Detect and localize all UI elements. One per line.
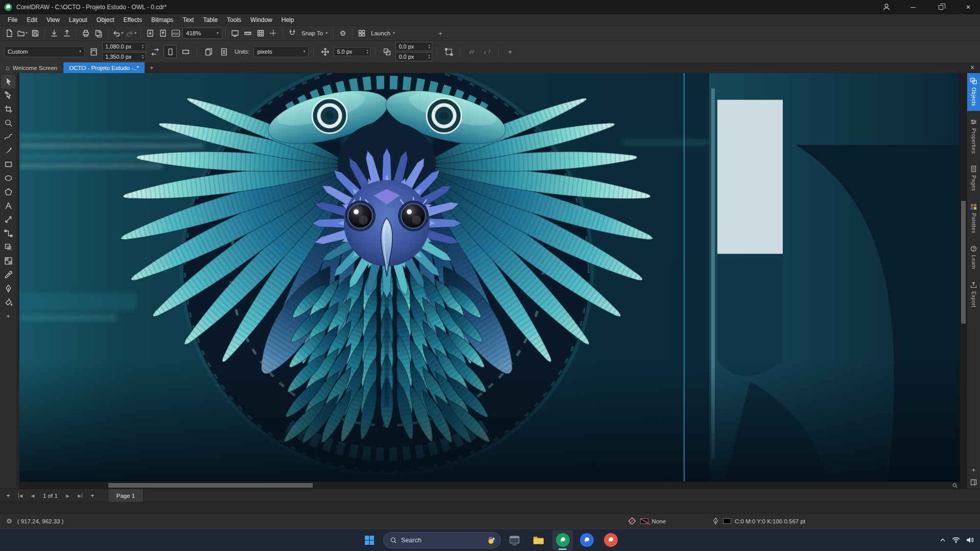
tab-active-document[interactable]: OCTO - Projeto Estudo -..* <box>63 62 145 73</box>
hidden-icons-chevron-icon[interactable] <box>940 537 946 543</box>
pick-tool[interactable] <box>1 75 15 88</box>
menu-view[interactable]: View <box>42 15 64 25</box>
add-toolbar-button[interactable]: + <box>434 27 447 39</box>
show-rulers-button[interactable] <box>242 27 254 39</box>
new-document-button[interactable] <box>3 27 15 39</box>
options-gear-button[interactable]: ⚙ <box>337 27 349 39</box>
docker-tab-learn[interactable]: Learn <box>967 241 980 274</box>
docker-tab-properties[interactable]: Properties <box>967 114 980 158</box>
docker-tab-pages[interactable]: Pages <box>967 161 980 195</box>
menu-table[interactable]: Table <box>198 15 222 25</box>
menu-edit[interactable]: Edit <box>22 15 42 25</box>
page-width-stepper[interactable]: ▴▾ <box>142 44 144 49</box>
previous-page-button[interactable]: ◀ <box>29 491 37 500</box>
launcher-icon[interactable] <box>356 27 368 39</box>
show-grid-button[interactable] <box>254 27 267 39</box>
close-document-button[interactable]: ✕ <box>965 62 980 73</box>
drawing-canvas[interactable] <box>19 73 960 481</box>
export-button[interactable] <box>61 27 73 39</box>
app-window-icon[interactable] <box>504 530 525 550</box>
launch-dropdown[interactable]: Launch▾ <box>368 27 398 39</box>
page-width-field[interactable]: 1,080.0 px▴▾ <box>102 42 146 51</box>
next-page-button[interactable]: ▶ <box>64 491 72 500</box>
crop-tool[interactable] <box>1 102 15 116</box>
menu-layout[interactable]: Layout <box>64 15 92 25</box>
ellipse-tool[interactable] <box>1 171 15 185</box>
all-pages-button[interactable] <box>202 45 215 58</box>
import-button[interactable] <box>48 27 60 39</box>
treat-as-filled-button[interactable] <box>442 45 455 58</box>
restore-button[interactable] <box>929 0 952 14</box>
quick-zoom-button[interactable] <box>950 482 960 489</box>
corel-app-icon[interactable] <box>600 530 621 550</box>
status-settings-gear-icon[interactable]: ⚙ <box>6 517 12 525</box>
menu-file[interactable]: File <box>3 15 22 25</box>
close-button[interactable]: ✕ <box>956 0 980 14</box>
wifi-icon[interactable] <box>952 537 960 543</box>
export-document-button[interactable] <box>157 27 169 39</box>
text-tool[interactable] <box>1 199 15 213</box>
snap-to-dropdown[interactable]: Snap To▾ <box>299 27 330 39</box>
menu-text[interactable]: Text <box>178 15 198 25</box>
current-page-button[interactable] <box>217 45 230 58</box>
last-page-button[interactable]: ▶ <box>76 491 84 500</box>
docker-tab-palettes[interactable]: Palettes <box>967 199 980 238</box>
add-tool-button[interactable]: + <box>1 309 15 323</box>
keep-ratio-lock-button[interactable] <box>465 45 478 58</box>
fullscreen-preview-button[interactable] <box>229 27 241 39</box>
polygon-tool[interactable] <box>1 185 15 199</box>
interactive-fill-tool[interactable] <box>1 295 15 309</box>
taskbar-search[interactable]: Search <box>383 532 501 548</box>
page-height-stepper[interactable]: ▴▾ <box>142 54 144 59</box>
eyedropper-tool[interactable] <box>1 268 15 282</box>
start-button[interactable] <box>359 530 380 550</box>
duplicate-x-field[interactable]: 0.0 px▴▾ <box>395 42 432 51</box>
hscroll-thumb[interactable] <box>108 483 313 488</box>
account-icon[interactable] <box>876 0 897 14</box>
duplicate-x-stepper[interactable]: ▴▾ <box>428 44 430 49</box>
add-page-button[interactable]: + <box>4 491 12 500</box>
duplicate-y-stepper[interactable]: ▴▾ <box>428 54 430 59</box>
menu-tools[interactable]: Tools <box>222 15 246 25</box>
collapse-dockers-icon[interactable] <box>970 479 977 486</box>
snap-icon[interactable] <box>286 27 298 39</box>
outline-pen-tool[interactable] <box>1 282 15 295</box>
rectangle-tool[interactable] <box>1 157 15 171</box>
save-button[interactable] <box>29 27 41 39</box>
volume-icon[interactable] <box>966 537 974 543</box>
transparency-tool[interactable] <box>1 254 15 268</box>
menu-help[interactable]: Help <box>277 15 299 25</box>
open-button[interactable]: ▾ <box>16 27 29 39</box>
duplicate-y-field[interactable]: 0.0 px▴▾ <box>395 52 432 61</box>
show-guidelines-button[interactable] <box>267 27 279 39</box>
vertical-scrollbar[interactable] <box>960 73 967 489</box>
copy-button[interactable] <box>92 27 105 39</box>
units-combo[interactable]: pixels▾ <box>253 46 309 57</box>
nudge-distance-field[interactable]: 5.0 px▴▾ <box>334 47 370 56</box>
new-document-tab-button[interactable]: + <box>145 62 158 73</box>
shape-tool[interactable] <box>1 88 15 102</box>
page-tab[interactable]: Page 1 <box>108 489 144 502</box>
redo-button[interactable]: ▾ <box>125 27 137 39</box>
zoom-tool[interactable] <box>1 116 15 130</box>
scale-dimensions-button[interactable] <box>148 45 161 58</box>
freehand-tool[interactable] <box>1 130 15 144</box>
add-property-button[interactable]: + <box>503 45 517 58</box>
docker-tab-objects[interactable]: Objects <box>967 73 980 111</box>
print-button[interactable] <box>80 27 92 39</box>
menu-object[interactable]: Object <box>92 15 119 25</box>
import-document-button[interactable] <box>144 27 156 39</box>
vscroll-thumb[interactable] <box>961 201 966 324</box>
minimize-button[interactable] <box>901 0 925 14</box>
publish-pdf-button[interactable]: PDF <box>170 27 182 39</box>
dimension-tool[interactable] <box>1 213 15 226</box>
coreldraw-taskbar-icon[interactable] <box>552 530 573 550</box>
undo-button[interactable]: ▾ <box>111 27 124 39</box>
landscape-button[interactable] <box>179 45 192 58</box>
add-page-after-button[interactable]: + <box>88 491 97 500</box>
tab-welcome-screen[interactable]: ⌂ Welcome Screen <box>0 62 63 73</box>
photo-paint-icon[interactable] <box>576 530 597 550</box>
page-preset-combo[interactable]: Custom▾ <box>4 46 85 57</box>
connector-tool[interactable] <box>1 226 15 240</box>
menu-window[interactable]: Window <box>246 15 277 25</box>
